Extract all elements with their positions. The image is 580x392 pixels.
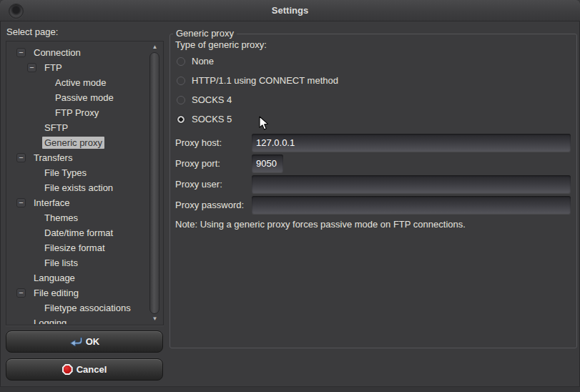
collapse-icon[interactable]: − xyxy=(16,198,31,207)
collapse-icon[interactable]: − xyxy=(16,153,31,162)
tree-item-label: SFTP xyxy=(42,122,70,134)
tree-item-logging[interactable]: Logging xyxy=(7,315,147,324)
tree-item-generic-proxy[interactable]: Generic proxy xyxy=(7,135,147,150)
radio-button[interactable] xyxy=(177,77,185,85)
radio-label: HTTP/1.1 using CONNECT method xyxy=(192,75,338,86)
tree-item-label: Active mode xyxy=(53,77,109,89)
tree-item-label: Filetype associations xyxy=(42,302,133,314)
tree-scrollbar[interactable]: ▲ ▼ xyxy=(147,42,162,324)
tree-item-sftp[interactable]: SFTP xyxy=(7,120,147,135)
proxy-note: Note: Using a generic proxy forces passi… xyxy=(175,219,571,230)
enter-icon xyxy=(69,337,82,347)
page-tree: −Connection−FTPActive modePassive modeFT… xyxy=(6,41,164,325)
proxy-port-input[interactable] xyxy=(252,155,283,172)
scroll-up-icon[interactable]: ▲ xyxy=(147,43,162,52)
generic-proxy-group: Generic proxy Type of generic proxy: Non… xyxy=(169,34,577,348)
tree-item-ftp-proxy[interactable]: FTP Proxy xyxy=(7,105,147,120)
tree-item-label: Generic proxy xyxy=(42,137,104,149)
tree-item-passive-mode[interactable]: Passive mode xyxy=(7,90,147,105)
page-tree-items: −Connection−FTPActive modePassive modeFT… xyxy=(7,42,147,324)
radio-button-checked[interactable] xyxy=(177,115,185,124)
tree-item-connection[interactable]: −Connection xyxy=(7,45,147,60)
proxy-type-option-none[interactable]: None xyxy=(177,56,571,67)
tree-item-active-mode[interactable]: Active mode xyxy=(7,75,147,90)
field-label: Proxy password: xyxy=(175,200,252,210)
radio-label: None xyxy=(192,56,214,67)
tree-item-label: Filesize format xyxy=(42,242,107,254)
tree-item-transfers[interactable]: −Transfers xyxy=(7,150,147,165)
window-title: Settings xyxy=(0,0,580,21)
titlebar[interactable]: Settings xyxy=(0,0,580,21)
tree-item-label: Language xyxy=(31,272,77,284)
field-row-proxy-password: Proxy password: xyxy=(175,195,571,214)
proxy-password-input[interactable] xyxy=(252,196,571,214)
tree-item-label: Date/time format xyxy=(42,227,115,239)
tree-item-filesize-format[interactable]: Filesize format xyxy=(7,240,147,255)
settings-window: { "window": { "title": "Settings" }, "co… xyxy=(0,0,580,392)
proxy-type-option-socks-5[interactable]: SOCKS 5 xyxy=(177,114,571,124)
cancel-button-label: Cancel xyxy=(77,364,107,375)
proxy-type-option-socks-4[interactable]: SOCKS 4 xyxy=(177,94,571,105)
scrollbar-thumb[interactable] xyxy=(149,52,159,314)
window-bottom-edge xyxy=(0,386,580,392)
tree-item-file-types[interactable]: File Types xyxy=(7,165,147,180)
field-label: Proxy host: xyxy=(175,137,252,148)
tree-item-label: FTP Proxy xyxy=(53,107,101,119)
radio-button[interactable] xyxy=(177,96,185,104)
collapse-icon[interactable]: − xyxy=(16,288,31,298)
tree-item-label: Connection xyxy=(31,46,83,59)
scroll-down-icon[interactable]: ▼ xyxy=(147,315,162,323)
tree-item-interface[interactable]: −Interface xyxy=(7,195,147,210)
tree-item-language[interactable]: Language xyxy=(7,270,147,285)
ok-button-label: OK xyxy=(86,336,100,347)
tree-item-label: Logging xyxy=(31,317,69,324)
proxy-host-input[interactable] xyxy=(252,134,571,152)
tree-item-file-editing[interactable]: −File editing xyxy=(7,285,147,300)
cancel-button[interactable]: Cancel xyxy=(6,358,163,381)
tree-item-label: FTP xyxy=(42,62,64,74)
tree-item-label: Passive mode xyxy=(53,92,116,104)
proxy-type-label: Type of generic proxy: xyxy=(175,39,571,50)
proxy-user-input[interactable] xyxy=(252,175,571,193)
field-label: Proxy user: xyxy=(175,179,252,190)
group-legend: Generic proxy xyxy=(173,28,237,39)
ok-button[interactable]: OK xyxy=(6,330,163,353)
close-button[interactable] xyxy=(9,4,24,19)
tree-item-label: File exists action xyxy=(42,182,115,194)
tree-item-file-lists[interactable]: File lists xyxy=(7,255,147,270)
tree-item-label: File editing xyxy=(31,287,81,299)
tree-item-filetype-associations[interactable]: Filetype associations xyxy=(7,300,147,315)
proxy-type-radio-group: NoneHTTP/1.1 using CONNECT methodSOCKS 4… xyxy=(175,56,571,124)
tree-item-label: File lists xyxy=(42,257,80,269)
tree-item-label: File Types xyxy=(42,167,89,179)
proxy-fields: Proxy host:Proxy port:Proxy user:Proxy p… xyxy=(175,133,571,214)
stop-icon xyxy=(62,364,73,375)
radio-label: SOCKS 4 xyxy=(192,94,232,105)
radio-label: SOCKS 5 xyxy=(192,114,232,124)
tree-item-themes[interactable]: Themes xyxy=(7,210,147,225)
collapse-icon[interactable]: − xyxy=(16,48,31,57)
proxy-type-option-http-1-1-using-connect-method[interactable]: HTTP/1.1 using CONNECT method xyxy=(177,75,571,86)
tree-item-file-exists-action[interactable]: File exists action xyxy=(7,180,147,195)
tree-item-ftp[interactable]: −FTP xyxy=(7,60,147,75)
field-row-proxy-host: Proxy host: xyxy=(175,133,571,152)
tree-item-label: Themes xyxy=(42,212,80,224)
radio-button[interactable] xyxy=(177,57,185,66)
field-label: Proxy port: xyxy=(175,158,252,169)
collapse-icon[interactable]: − xyxy=(27,63,42,72)
select-page-label: Select page: xyxy=(6,26,58,37)
field-row-proxy-user: Proxy user: xyxy=(175,175,571,193)
field-row-proxy-port: Proxy port: xyxy=(175,154,571,172)
tree-item-label: Interface xyxy=(31,197,72,209)
tree-item-label: Transfers xyxy=(31,152,74,164)
tree-item-date-time-format[interactable]: Date/time format xyxy=(7,225,147,240)
